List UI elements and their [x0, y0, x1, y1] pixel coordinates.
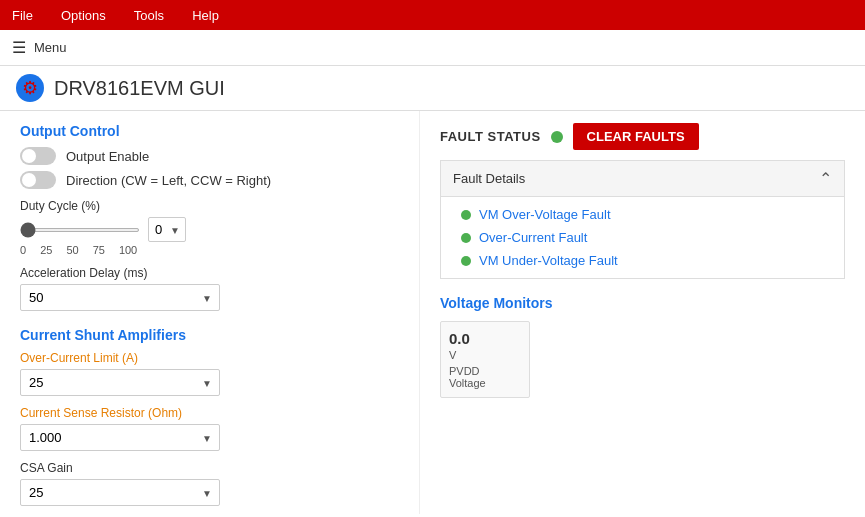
mark-0: 0 [20, 244, 26, 256]
direction-row: Direction (CW = Left, CCW = Right) [20, 171, 399, 189]
page-title: DRV8161EVM GUI [54, 77, 225, 100]
fault-item-0: VM Over-Voltage Fault [461, 207, 824, 222]
main-content: Output Control Output Enable Direction (… [0, 111, 865, 514]
acceleration-delay-wrapper: 50 [20, 284, 220, 311]
acceleration-delay-label: Acceleration Delay (ms) [20, 266, 399, 280]
header-row: ⚙ DRV8161EVM GUI [0, 66, 865, 111]
mark-75: 75 [93, 244, 105, 256]
fault-dot-1 [461, 233, 471, 243]
current-sense-select[interactable]: 1.000 [20, 424, 220, 451]
fault-details-label: Fault Details [453, 171, 525, 186]
csa-gain-select[interactable]: 25 [20, 479, 220, 506]
hamburger-icon[interactable]: ☰ [12, 38, 26, 57]
fault-status-dot [551, 131, 563, 143]
fault-details-header[interactable]: Fault Details ⌃ [440, 160, 845, 197]
fault-item-2: VM Under-Voltage Fault [461, 253, 824, 268]
mark-25: 25 [40, 244, 52, 256]
output-enable-label: Output Enable [66, 149, 149, 164]
direction-toggle[interactable] [20, 171, 56, 189]
menu-bar: File Options Tools Help [0, 0, 865, 30]
over-current-limit-wrapper: 25 [20, 369, 220, 396]
mark-50: 50 [66, 244, 78, 256]
fault-name-0: VM Over-Voltage Fault [479, 207, 611, 222]
duty-cycle-select-wrapper: 0 [148, 217, 186, 242]
duty-cycle-select[interactable]: 0 [148, 217, 186, 242]
menu-file[interactable]: File [8, 6, 37, 25]
fault-details-body: VM Over-Voltage Fault Over-Current Fault… [440, 197, 845, 279]
duty-cycle-slider[interactable] [20, 228, 140, 232]
acceleration-delay-group: Acceleration Delay (ms) 50 [20, 266, 399, 311]
mark-100: 100 [119, 244, 137, 256]
current-sense-group: Current Sense Resistor (Ohm) 1.000 [20, 406, 399, 451]
current-sense-label: Current Sense Resistor (Ohm) [20, 406, 399, 420]
output-enable-toggle[interactable] [20, 147, 56, 165]
gear-icon: ⚙ [22, 77, 38, 99]
right-panel: FAULT STATUS CLEAR FAULTS Fault Details … [420, 111, 865, 514]
over-current-limit-label: Over-Current Limit (A) [20, 351, 399, 365]
duty-cycle-group: Duty Cycle (%) 0 0 25 50 75 100 [20, 199, 399, 256]
duty-cycle-label: Duty Cycle (%) [20, 199, 399, 213]
menu-label: Menu [34, 40, 67, 55]
csa-gain-label: CSA Gain [20, 461, 399, 475]
hamburger-bar: ☰ Menu [0, 30, 865, 66]
fault-dot-0 [461, 210, 471, 220]
clear-faults-button[interactable]: CLEAR FAULTS [573, 123, 699, 150]
duty-cycle-slider-row: 0 [20, 217, 399, 242]
direction-label: Direction (CW = Left, CCW = Right) [66, 173, 271, 188]
voltage-unit-pvdd: V [449, 349, 521, 361]
menu-tools[interactable]: Tools [130, 6, 168, 25]
fault-item-1: Over-Current Fault [461, 230, 824, 245]
output-control-title: Output Control [20, 123, 399, 139]
left-panel: Output Control Output Enable Direction (… [0, 111, 420, 514]
output-enable-row: Output Enable [20, 147, 399, 165]
fault-name-1: Over-Current Fault [479, 230, 587, 245]
fault-status-label: FAULT STATUS [440, 129, 541, 144]
chevron-up-icon: ⌃ [819, 169, 832, 188]
over-current-limit-group: Over-Current Limit (A) 25 [20, 351, 399, 396]
fault-name-2: VM Under-Voltage Fault [479, 253, 618, 268]
fault-dot-2 [461, 256, 471, 266]
voltage-name-pvdd: PVDDVoltage [449, 365, 521, 389]
current-shunt-title: Current Shunt Amplifiers [20, 327, 399, 343]
current-sense-wrapper: 1.000 [20, 424, 220, 451]
menu-options[interactable]: Options [57, 6, 110, 25]
csa-gain-group: CSA Gain 25 [20, 461, 399, 506]
csa-gain-wrapper: 25 [20, 479, 220, 506]
fault-status-row: FAULT STATUS CLEAR FAULTS [440, 123, 845, 150]
voltage-value-pvdd: 0.0 [449, 330, 521, 347]
app-logo: ⚙ [16, 74, 44, 102]
over-current-limit-select[interactable]: 25 [20, 369, 220, 396]
voltage-monitors-title: Voltage Monitors [440, 295, 845, 311]
menu-help[interactable]: Help [188, 6, 223, 25]
acceleration-delay-select[interactable]: 50 [20, 284, 220, 311]
duty-cycle-marks: 0 25 50 75 100 [20, 244, 399, 256]
voltage-card-pvdd: 0.0 V PVDDVoltage [440, 321, 530, 398]
